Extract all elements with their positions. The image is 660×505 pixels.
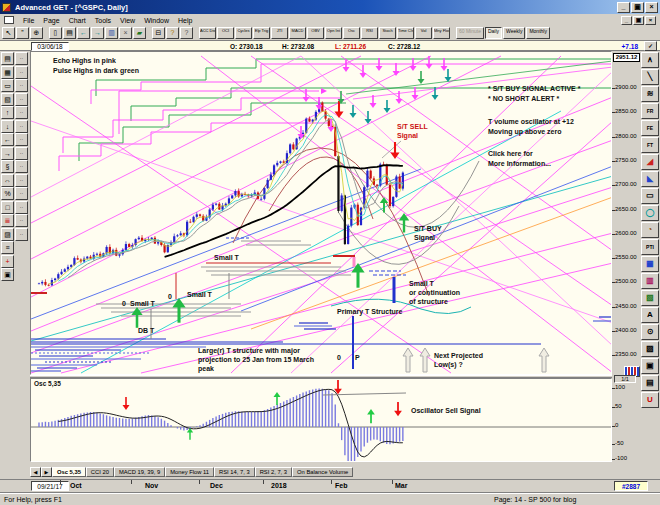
fib-retracement-icon[interactable]: FR	[641, 103, 659, 119]
click-more-info-link[interactable]: More Information...	[488, 160, 551, 167]
study-button-jti[interactable]: JTI	[271, 27, 288, 39]
study-button-elp-trig[interactable]: Elp Trig	[253, 27, 270, 39]
timeframe-daily[interactable]: Daily	[485, 27, 502, 39]
segment-tool-icon[interactable]: ≡	[1, 241, 14, 254]
box-tool-icon[interactable]: □	[1, 201, 14, 214]
study-button-mny-flow[interactable]: Mny Flow	[433, 27, 450, 39]
tab-rsi-2-7-3[interactable]: RSI 2, 7, 3	[255, 467, 292, 477]
copy-page-icon[interactable]: ▥	[105, 27, 118, 39]
scroll-down-icon[interactable]: ↓	[1, 120, 14, 133]
menu-window[interactable]: Window	[144, 17, 169, 24]
crosshair-tool-icon[interactable]: +	[1, 255, 14, 268]
moving-average-tool-icon[interactable]: ··	[15, 120, 28, 133]
pointer-icon[interactable]: ↖	[2, 27, 15, 39]
ts-tool-icon[interactable]: ▨	[1, 228, 14, 241]
pitchfork-icon[interactable]: ◣	[641, 171, 659, 187]
study-button-oci[interactable]: OCI	[217, 27, 234, 39]
menu-help[interactable]: Help	[178, 17, 192, 24]
fib-time-icon[interactable]: FT	[641, 137, 659, 153]
auto-trend-tool-icon[interactable]: ··	[15, 52, 28, 65]
child-close-button[interactable]: ×	[645, 16, 656, 25]
child-restore-button[interactable]: ▣	[633, 16, 644, 25]
quote-window-icon[interactable]: ”	[16, 27, 29, 39]
study-button-macd[interactable]: MACD	[289, 27, 306, 39]
new-chart-icon[interactable]: ▯	[49, 27, 62, 39]
bias-reversal-tool-icon[interactable]: ··	[15, 66, 28, 79]
price-axis[interactable]: 2951.12 2900.002850.002800.002750.002700…	[612, 51, 640, 375]
tab-rsi-14-7-3[interactable]: RSI 14, 7, 3	[214, 467, 255, 477]
study-button-acc-dis[interactable]: ACC Dis	[199, 27, 216, 39]
zoom-icon[interactable]: ⊕	[30, 27, 43, 39]
undo-tool-icon[interactable]: ··	[15, 187, 28, 200]
open-file-icon[interactable]: ▤	[1, 52, 14, 65]
scroll-up-icon[interactable]: ∧	[641, 52, 659, 68]
restore-button[interactable]: ▣	[631, 2, 644, 13]
regression-channel-icon[interactable]: ≋	[641, 86, 659, 102]
expand-bars-icon[interactable]: ⇔	[1, 174, 14, 187]
scroll-up-icon[interactable]: ↑	[1, 106, 14, 119]
quote-spin-button[interactable]: ✓	[644, 41, 657, 51]
magnify-tool-icon[interactable]: ⊙	[641, 324, 659, 340]
gann-grid-icon[interactable]: ▦	[641, 256, 659, 272]
child-minimize-button[interactable]: _	[621, 16, 632, 25]
study-button-obv[interactable]: OBV	[307, 27, 324, 39]
oscillator-axis[interactable]: 1/1 100500-50-100	[612, 378, 640, 462]
menu-page[interactable]: Page	[43, 17, 59, 24]
menu-file[interactable]: File	[23, 17, 34, 24]
xtl-tool-icon[interactable]: ··	[15, 214, 28, 227]
properties-icon[interactable]: ▣	[1, 268, 14, 281]
study-tool-icon[interactable]: ▭	[1, 79, 14, 92]
undo-button[interactable]: U	[641, 392, 659, 408]
minimize-button[interactable]: _	[617, 2, 630, 13]
display-settings-tool-icon[interactable]: ··	[15, 79, 28, 92]
oscillator-canvas[interactable]: Osc 5,35Oscillator Sell Signal	[31, 379, 611, 461]
ellipse-tool-icon[interactable]: ◯	[641, 205, 659, 221]
study-overlay-icon[interactable]: ▧	[641, 290, 659, 306]
elliott-tool-icon[interactable]: ▧	[1, 93, 14, 106]
print-icon[interactable]: ⊟	[152, 27, 165, 39]
tj-web-icon[interactable]: ▥	[641, 273, 659, 289]
pti-button[interactable]: PTI	[641, 239, 659, 255]
timeframe-weekly[interactable]: Weekly	[503, 27, 525, 39]
mob-tool-icon[interactable]: ◔	[641, 222, 659, 238]
delete-icon[interactable]: ×	[119, 27, 132, 39]
text-tool-icon[interactable]: A	[641, 307, 659, 323]
click-more-info-link[interactable]: Click here for	[488, 150, 533, 157]
copy-tool-icon[interactable]: ▤	[641, 375, 659, 391]
preferences-tool-icon[interactable]: ··	[15, 147, 28, 160]
drag-tool-icon[interactable]: ··	[15, 93, 28, 106]
study-button-rsi[interactable]: RSI	[361, 27, 378, 39]
summary-tool-icon[interactable]: ··	[15, 106, 28, 119]
study-button-vol[interactable]: Vol	[415, 27, 432, 39]
edit-chart-icon[interactable]: ▰	[133, 27, 146, 39]
tab-macd-19-39-9[interactable]: MACD 19, 39, 9	[114, 467, 165, 477]
tile-windows-icon[interactable]: ▣	[641, 358, 659, 374]
help-icon[interactable]: ?	[166, 27, 179, 39]
open-chart-icon[interactable]: ▤	[63, 27, 76, 39]
child-window-icon[interactable]	[4, 16, 14, 24]
timeframe-60-minute[interactable]: 60 Minute	[456, 27, 484, 39]
timeframe-monthly[interactable]: Monthly	[526, 27, 550, 39]
study-button-stoch[interactable]: Stoch	[379, 27, 396, 39]
tab-cci-20[interactable]: CCI 20	[86, 467, 114, 477]
menu-tools[interactable]: Tools	[95, 17, 111, 24]
tab-on-balance-volume[interactable]: On Balance Volume	[292, 467, 353, 477]
fib-extension-icon[interactable]: FE	[641, 120, 659, 136]
fib-tool-icon[interactable]: ··	[15, 160, 28, 173]
main-chart-canvas[interactable]: Echo Highs in pinkPulse Highs in dark gr…	[31, 52, 611, 374]
lines-tool-icon[interactable]: ≣	[1, 214, 14, 227]
tab-osc-5-35[interactable]: Osc 5,35	[52, 467, 86, 477]
app-icon[interactable]	[2, 3, 11, 12]
study-button-cycles[interactable]: Cycles	[235, 27, 252, 39]
page-lock-tool-icon[interactable]: ··	[15, 133, 28, 146]
tab-scroll-right[interactable]: ▶	[41, 467, 52, 477]
session-tool-icon[interactable]: ··	[15, 174, 28, 187]
color-tool-icon[interactable]: ▨	[641, 341, 659, 357]
scroll-left-icon[interactable]: ←	[1, 133, 14, 146]
page-forward-icon[interactable]: →	[91, 27, 104, 39]
study-button-opn-int[interactable]: Opn Int	[325, 27, 342, 39]
context-help-icon[interactable]: ?	[180, 27, 193, 39]
menu-view[interactable]: View	[120, 17, 135, 24]
scroll-right-icon[interactable]: →	[1, 147, 14, 160]
menu-chart[interactable]: Chart	[69, 17, 86, 24]
